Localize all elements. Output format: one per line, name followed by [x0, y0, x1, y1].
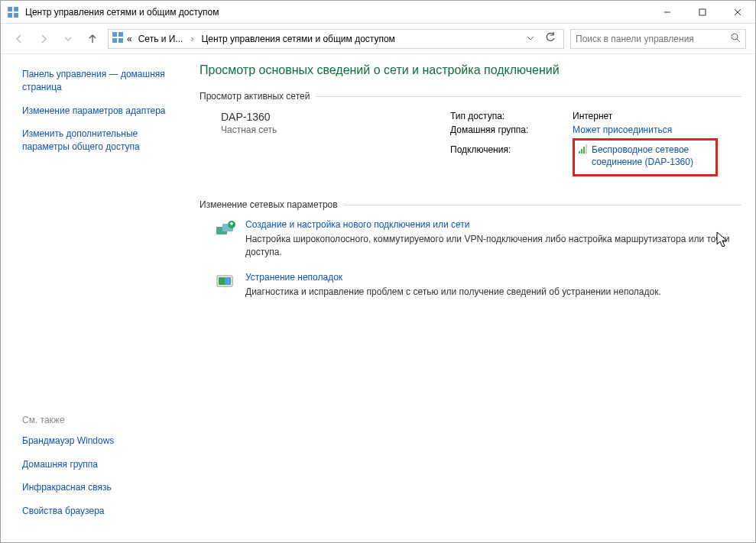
svg-rect-1 — [14, 7, 18, 11]
change-settings-header: Изменение сетевых параметров — [200, 199, 741, 210]
connections-label: Подключения: — [450, 144, 573, 155]
up-button[interactable] — [83, 30, 102, 48]
refresh-button[interactable] — [540, 32, 560, 45]
svg-rect-16 — [583, 147, 585, 154]
option-new-connection: Создание и настройка нового подключения … — [200, 219, 741, 257]
search-box[interactable] — [570, 29, 746, 49]
access-type-label: Тип доступа: — [450, 111, 573, 121]
network-name: DAP-1360 — [221, 111, 420, 123]
sidebar-infrared-link[interactable]: Инфракрасная связь — [22, 481, 177, 494]
svg-rect-15 — [581, 149, 582, 154]
wifi-signal-icon — [578, 144, 589, 154]
svg-rect-3 — [14, 13, 18, 18]
search-input[interactable] — [576, 34, 721, 44]
svg-rect-9 — [118, 32, 123, 37]
recent-button[interactable] — [59, 30, 77, 48]
window-icon — [7, 6, 19, 18]
svg-rect-5 — [699, 9, 706, 15]
troubleshoot-link[interactable]: Устранение неполадок — [245, 272, 661, 283]
svg-rect-25 — [219, 277, 225, 285]
titlebar: Центр управления сетями и общим доступом — [1, 1, 755, 24]
forward-button[interactable] — [34, 30, 53, 48]
sidebar-homegroup-link[interactable]: Домашняя группа — [22, 458, 177, 471]
address-dropdown[interactable] — [524, 34, 537, 44]
svg-point-12 — [732, 34, 738, 40]
network-type: Частная сеть — [221, 124, 420, 135]
new-connection-link[interactable]: Создание и настройка нового подключения … — [245, 219, 741, 230]
breadcrumb-item[interactable]: Сеть и И... — [135, 32, 187, 46]
see-also-label: См. также — [22, 415, 177, 425]
address-icon — [112, 31, 124, 46]
connection-link[interactable]: Беспроводное сетевое соединение (DAP-136… — [592, 144, 711, 168]
breadcrumb-item[interactable]: Центр управления сетями и общим доступом — [198, 32, 398, 46]
svg-rect-10 — [112, 38, 117, 43]
svg-rect-14 — [579, 151, 580, 154]
main-content: Просмотр основных сведений о сети и наст… — [184, 54, 755, 542]
sidebar-browser-link[interactable]: Свойства браузера — [22, 505, 177, 518]
breadcrumb-separator — [189, 34, 195, 44]
search-icon — [730, 32, 741, 45]
minimize-button[interactable] — [650, 1, 685, 23]
close-button[interactable] — [720, 1, 755, 23]
sidebar-firewall-link[interactable]: Брандмауэр Windows — [22, 435, 177, 448]
window-title: Центр управления сетями и общим доступом — [25, 7, 650, 18]
troubleshoot-icon — [215, 272, 236, 293]
maximize-button[interactable] — [685, 1, 720, 23]
svg-rect-17 — [586, 144, 587, 154]
svg-rect-0 — [8, 7, 12, 11]
homegroup-link[interactable]: Может присоединиться — [573, 124, 741, 135]
navigation-bar: « Сеть и И... Центр управления сетями и … — [1, 24, 755, 54]
option-troubleshoot: Устранение неполадок Диагностика и испра… — [200, 272, 741, 298]
svg-rect-11 — [118, 38, 123, 43]
page-title: Просмотр основных сведений о сети и наст… — [200, 63, 741, 77]
sidebar-home-link[interactable]: Панель управления — домашняя страница — [22, 68, 177, 94]
svg-line-13 — [737, 39, 740, 42]
troubleshoot-desc: Диагностика и исправление проблем с сеть… — [245, 286, 661, 298]
new-connection-desc: Настройка широкополосного, коммутируемог… — [245, 233, 741, 257]
active-networks-header: Просмотр активных сетей — [200, 91, 741, 102]
access-type-value: Интернет — [573, 111, 741, 121]
sidebar-sharing-link[interactable]: Изменить дополнительные параметры общего… — [22, 128, 177, 154]
address-bar[interactable]: « Сеть и И... Центр управления сетями и … — [108, 29, 564, 49]
sidebar: Панель управления — домашняя страница Из… — [1, 54, 184, 542]
homegroup-label: Домашняя группа: — [450, 124, 573, 135]
active-network-block: DAP-1360 Частная сеть Тип доступа: Интер… — [200, 111, 741, 176]
connection-highlight-box: Беспроводное сетевое соединение (DAP-136… — [573, 138, 718, 176]
svg-rect-8 — [112, 32, 117, 37]
svg-rect-22 — [231, 222, 232, 225]
new-connection-icon — [215, 219, 236, 241]
svg-rect-2 — [8, 13, 12, 18]
back-button[interactable] — [10, 30, 28, 48]
sidebar-adapter-link[interactable]: Изменение параметров адаптера — [22, 105, 177, 118]
